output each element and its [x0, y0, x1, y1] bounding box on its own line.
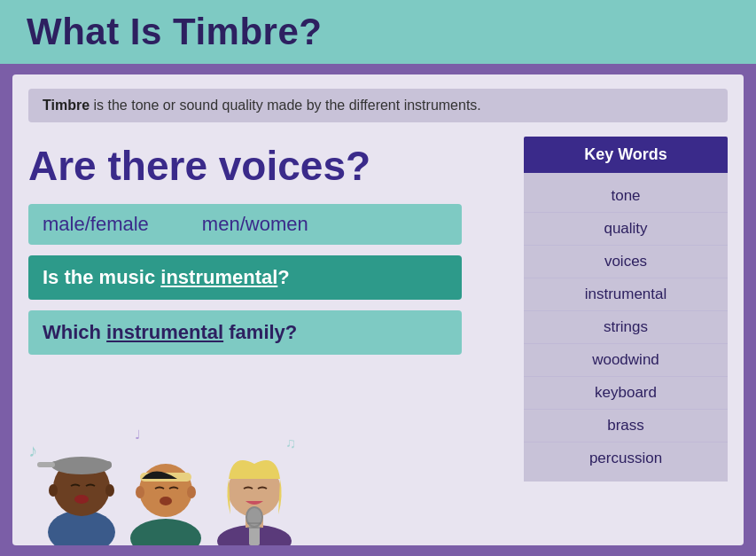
voices-row: male/female men/women — [28, 204, 462, 245]
svg-point-9 — [139, 464, 192, 517]
svg-point-11 — [160, 497, 172, 505]
svg-rect-4 — [37, 462, 55, 467]
key-word-voices: voices — [524, 246, 728, 278]
definition-bold: Timbre — [43, 98, 90, 113]
question-voices: Are there voices? — [28, 142, 510, 190]
right-side: Key Words tone quality voices instrument… — [524, 137, 728, 545]
key-word-instrumental: instrumental — [524, 278, 728, 311]
illustration-area: ♪ ♫ ♩ — [19, 368, 321, 545]
voice-option-2: men/women — [202, 213, 308, 236]
definition-box: Timbre is the tone or sound quality made… — [28, 89, 728, 122]
family-text: Which instrumental family? — [43, 321, 297, 343]
svg-text:♩: ♩ — [135, 427, 141, 442]
svg-point-8 — [130, 519, 201, 545]
key-word-percussion: percussion — [524, 442, 728, 474]
svg-rect-3 — [51, 461, 112, 468]
svg-point-5 — [74, 495, 89, 504]
key-word-brass: brass — [524, 410, 728, 442]
left-side: Are there voices? male/female men/women … — [28, 137, 510, 545]
key-word-strings: strings — [524, 311, 728, 344]
content-row: Are there voices? male/female men/women … — [28, 137, 728, 545]
key-word-woodwind: woodwind — [524, 344, 728, 377]
svg-point-6 — [49, 484, 58, 497]
svg-text:♪: ♪ — [28, 441, 37, 460]
header-bar: What Is Timbre? — [0, 0, 756, 64]
page-wrapper: What Is Timbre? Timbre is the tone or so… — [0, 0, 756, 556]
svg-point-12 — [136, 486, 144, 498]
svg-point-13 — [187, 486, 196, 498]
page-title: What Is Timbre? — [27, 11, 322, 53]
key-word-keyboard: keyboard — [524, 377, 728, 410]
instrumental-underline: instrumental — [160, 266, 277, 288]
family-underline: instrumental — [106, 321, 223, 343]
definition-rest: is the tone or sound quality made by the… — [90, 98, 481, 113]
instrumental-box: Is the music instrumental? — [28, 255, 462, 300]
instrumental-text: Is the music instrumental? — [43, 266, 290, 288]
key-words-list: tone quality voices instrumental strings… — [524, 173, 728, 482]
key-words-header: Key Words — [524, 137, 728, 173]
svg-text:♫: ♫ — [285, 435, 296, 450]
main-content: Timbre is the tone or sound quality made… — [12, 74, 744, 545]
key-word-tone: tone — [524, 180, 728, 213]
voice-option-1: male/female — [43, 213, 149, 236]
family-box: Which instrumental family? — [28, 310, 462, 355]
singers-illustration: ♪ ♫ ♩ — [19, 368, 321, 545]
svg-point-7 — [105, 484, 114, 497]
key-word-quality: quality — [524, 213, 728, 246]
